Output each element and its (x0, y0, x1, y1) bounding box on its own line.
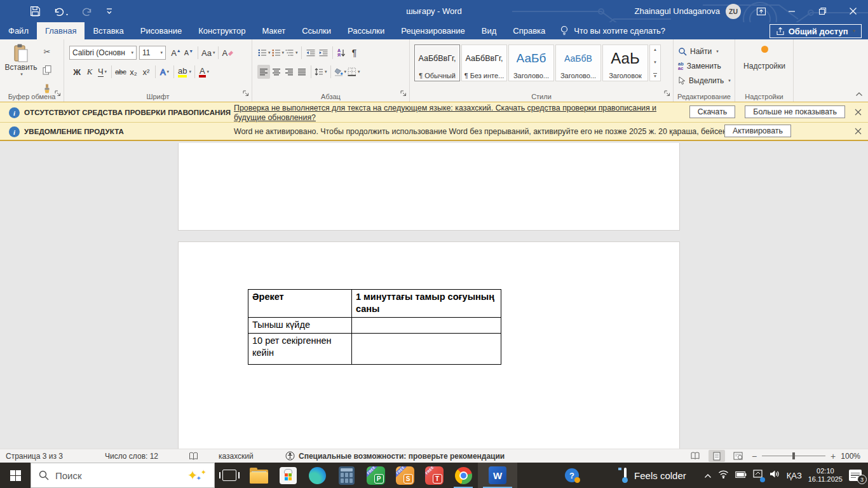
tab-layout[interactable]: Макет (254, 22, 294, 39)
accessibility-status[interactable]: Специальные возможности: проверьте реком… (299, 449, 505, 463)
document-canvas[interactable]: Әрекет 1 минуттағы тамыр соғуының саны Т… (0, 141, 868, 449)
battery-icon[interactable] (735, 470, 747, 481)
align-left-icon[interactable] (257, 65, 270, 79)
tab-design[interactable]: Конструктор (190, 22, 254, 39)
ribbon-display-options-icon[interactable] (746, 0, 776, 22)
close-icon[interactable] (855, 107, 862, 118)
bold-button[interactable]: Ж (71, 65, 83, 79)
table-cell[interactable]: 1 минуттағы тамыр соғуының саны (352, 290, 501, 318)
italic-button[interactable]: К (83, 65, 96, 79)
collapse-ribbon-icon[interactable] (855, 88, 863, 99)
superscript-button[interactable]: x² (140, 65, 153, 79)
zoom-level[interactable]: 100% (841, 452, 860, 461)
font-color-button[interactable]: А▾ (198, 65, 210, 79)
grow-font-button[interactable]: А▲ (170, 46, 182, 60)
wifi-icon[interactable] (718, 470, 729, 481)
weather-thermometer-icon[interactable] (622, 468, 628, 483)
text-app-button[interactable]: FREE T (419, 463, 449, 488)
sort-icon[interactable]: АЯ (336, 46, 348, 60)
weather-status[interactable]: Feels colder (634, 470, 686, 481)
text-effects-button[interactable]: А▾ (158, 65, 171, 79)
tab-review[interactable]: Рецензирование (393, 22, 473, 39)
clipboard-dialog-launcher-icon[interactable] (55, 88, 61, 99)
zoom-out-button[interactable]: − (752, 451, 757, 461)
chrome-button[interactable] (449, 463, 478, 488)
zoom-slider-thumb[interactable] (792, 452, 795, 459)
tab-help[interactable]: Справка (505, 22, 553, 39)
table-cell[interactable] (352, 333, 501, 364)
restore-icon[interactable] (807, 0, 837, 22)
hidden-icons-chevron-icon[interactable] (704, 470, 712, 481)
table-cell[interactable]: 10 рет секіргеннен кейін (248, 333, 352, 364)
word-count[interactable]: Число слов: 12 (105, 449, 158, 463)
line-spacing-icon[interactable]: ▾ (314, 65, 328, 79)
paste-button[interactable]: Вставить ▾ (5, 44, 37, 77)
dont-show-again-button[interactable]: Больше не показывать (745, 105, 845, 118)
microsoft-store-button[interactable] (273, 463, 302, 488)
styles-dialog-launcher-icon[interactable] (664, 88, 670, 99)
table-cell[interactable]: Тыныш күйде (248, 317, 352, 333)
style-title[interactable]: АаЬ Заголовок (602, 44, 648, 81)
help-icon[interactable]: ? (565, 468, 579, 482)
close-icon[interactable] (855, 126, 862, 137)
page-indicator[interactable]: Страница 3 из 3 (6, 449, 63, 463)
presentation-app-button[interactable]: FREE P (361, 463, 390, 488)
underline-button[interactable]: Ч▾ (96, 65, 109, 79)
share-button[interactable]: Общий доступ ▾ (770, 24, 862, 38)
edge-button[interactable] (302, 463, 332, 488)
align-right-icon[interactable] (283, 65, 295, 79)
file-explorer-button[interactable] (244, 463, 273, 488)
tab-mailings[interactable]: Рассылки (339, 22, 393, 39)
copy-icon[interactable] (41, 63, 53, 77)
clock[interactable]: 02:10 16.11.2025 (808, 467, 843, 484)
notification-link[interactable]: Проверка не выполняется для текста на сл… (234, 104, 682, 123)
avatar[interactable]: ZU (726, 4, 741, 19)
find-button[interactable]: Найти▾ (678, 44, 719, 58)
download-button[interactable]: Скачать (689, 105, 735, 118)
read-mode-icon[interactable] (687, 450, 703, 462)
minimize-icon[interactable] (776, 0, 807, 22)
tab-view[interactable]: Вид (473, 22, 505, 39)
borders-icon[interactable]: ▾ (347, 65, 361, 79)
tab-draw[interactable]: Рисование (132, 22, 190, 39)
clear-formatting-button[interactable]: А (221, 46, 234, 60)
shading-icon[interactable]: ▾ (334, 65, 348, 79)
language-indicator[interactable]: казахский (219, 449, 254, 463)
justify-icon[interactable] (295, 65, 308, 79)
account-area[interactable]: Zhainagul Undaganova ZU (635, 0, 741, 22)
table-cell[interactable] (352, 317, 501, 333)
spreadsheet-app-button[interactable]: FREE S (390, 463, 419, 488)
show-paragraph-marks-icon[interactable]: ¶ (348, 46, 361, 60)
font-dialog-launcher-icon[interactable] (243, 88, 249, 99)
word-taskbar-button[interactable]: W (478, 463, 517, 488)
calculator-button[interactable] (332, 463, 361, 488)
style-normal[interactable]: АаБбВвГг, ¶ Обычный (414, 44, 460, 81)
zoom-in-button[interactable]: + (831, 451, 836, 461)
tab-insert[interactable]: Вставка (85, 22, 132, 39)
web-layout-icon[interactable] (730, 450, 747, 462)
tab-home[interactable]: Главная (37, 22, 85, 39)
font-name-combobox[interactable]: Calibri (Основн▾ (69, 46, 137, 60)
accessibility-icon[interactable] (285, 449, 295, 463)
windows-ink-icon[interactable] (753, 470, 763, 481)
tell-me-box[interactable]: Что вы хотите сделать? (560, 22, 665, 39)
start-button[interactable] (0, 463, 31, 488)
subscript-button[interactable]: x₂ (127, 65, 140, 79)
decrease-indent-icon[interactable] (304, 46, 317, 60)
cut-icon[interactable]: ✂ (41, 44, 53, 58)
shrink-font-button[interactable]: А▼ (182, 46, 195, 60)
font-size-combobox[interactable]: 11▾ (139, 46, 166, 60)
numbering-icon[interactable]: ▾ (271, 46, 285, 60)
action-center-icon[interactable]: 3 (849, 470, 862, 481)
change-case-button[interactable]: Aa▾ (201, 46, 215, 60)
select-button[interactable]: Выделить▾ (678, 74, 731, 87)
task-view-button[interactable] (215, 463, 244, 488)
taskbar-search[interactable]: Поиск ✦ ✦ ✦ (31, 463, 215, 488)
style-heading1[interactable]: АаБб Заголово... (508, 44, 554, 81)
style-no-spacing[interactable]: АаБбВвГг, ¶ Без инте... (461, 44, 507, 81)
align-center-icon[interactable] (270, 65, 283, 79)
bullets-icon[interactable]: ▾ (257, 46, 271, 60)
document-page-3[interactable]: Әрекет 1 минуттағы тамыр соғуының саны Т… (178, 241, 680, 449)
zoom-slider[interactable] (762, 456, 825, 456)
strikethrough-button[interactable]: abc (114, 65, 127, 79)
